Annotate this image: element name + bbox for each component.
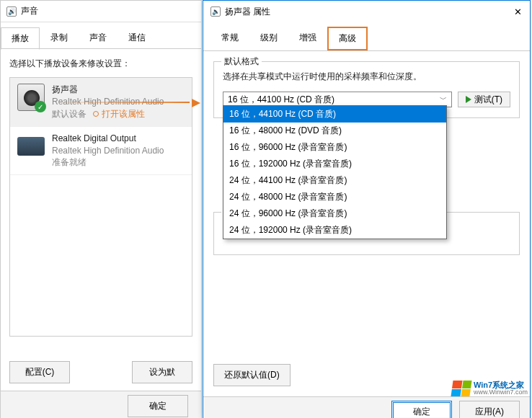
playback-instruction: 选择以下播放设备来修改设置： xyxy=(9,58,192,70)
format-select-value: 16 位，44100 Hz (CD 音质) xyxy=(228,94,334,106)
format-dropdown[interactable]: 16 位，44100 Hz (CD 音质) 16 位，48000 Hz (DVD… xyxy=(223,105,447,239)
properties-body: 默认格式 选择在共享模式中运行时使用的采样频率和位深度。 16 位，44100 … xyxy=(203,50,530,396)
device-driver: Realtek High Definition Audio xyxy=(52,96,164,108)
sound-footer: 确定 xyxy=(1,391,201,418)
watermark: Win7系统之家 www.Winwin7.com xyxy=(452,381,528,396)
default-format-label: 默认格式 xyxy=(221,55,262,68)
tab-enhance[interactable]: 增强 xyxy=(288,27,327,50)
sound-window: 🔊 声音 播放 录制 声音 通信 选择以下播放设备来修改设置： ✓ 扬声器 Re… xyxy=(0,0,202,418)
format-option[interactable]: 16 位，192000 Hz (录音室音质) xyxy=(223,156,446,172)
watermark-url: www.Winwin7.com xyxy=(474,389,528,396)
tab-general[interactable]: 常规 xyxy=(210,27,249,50)
properties-footer: 确定 应用(A) xyxy=(203,396,530,418)
test-button[interactable]: 测试(T) xyxy=(458,92,510,107)
sound-ok-button[interactable]: 确定 xyxy=(128,395,188,417)
sound-title-text: 声音 xyxy=(21,5,38,17)
default-format-group: 默认格式 选择在共享模式中运行时使用的采样频率和位深度。 16 位，44100 … xyxy=(213,61,520,118)
sound-titlebar: 🔊 声音 xyxy=(1,1,201,22)
properties-ok-button[interactable]: 确定 xyxy=(391,401,452,418)
device-driver: Realtek High Definition Audio xyxy=(52,145,164,157)
open-properties-callout: 打开该属性 xyxy=(93,108,145,120)
set-default-button[interactable]: 设为默 xyxy=(132,361,192,383)
properties-apply-button[interactable]: 应用(A) xyxy=(459,401,520,418)
properties-titlebar: 🔈 扬声器 属性 ✕ xyxy=(203,1,530,22)
format-option[interactable]: 24 位，44100 Hz (录音室音质) xyxy=(223,172,446,189)
tab-playback[interactable]: 播放 xyxy=(1,27,40,50)
device-status: 默认设备 xyxy=(52,109,87,119)
close-icon[interactable]: ✕ xyxy=(513,6,523,17)
default-check-icon: ✓ xyxy=(35,101,46,112)
device-name: Realtek Digital Output xyxy=(52,133,164,145)
configure-button[interactable]: 配置(C) xyxy=(9,361,70,383)
format-option[interactable]: 24 位，96000 Hz (录音室音质) xyxy=(223,205,446,222)
format-option[interactable]: 16 位，96000 Hz (录音室音质) xyxy=(223,139,446,156)
format-option[interactable]: 24 位，192000 Hz (录音室音质) xyxy=(223,222,446,239)
restore-defaults-button[interactable]: 还原默认值(D) xyxy=(213,364,291,386)
default-format-desc: 选择在共享模式中运行时使用的采样频率和位深度。 xyxy=(223,71,510,83)
format-option[interactable]: 24 位，48000 Hz (录音室音质) xyxy=(223,189,446,205)
properties-tabs: 常规 级别 增强 高级 xyxy=(203,22,530,50)
sound-tabs: 播放 录制 声音 通信 xyxy=(1,22,201,49)
device-name: 扬声器 xyxy=(52,84,164,96)
format-option[interactable]: 16 位，44100 Hz (CD 音质) xyxy=(223,106,446,123)
tab-advanced[interactable]: 高级 xyxy=(327,27,368,50)
properties-title-text: 扬声器 属性 xyxy=(225,6,270,18)
tab-communication[interactable]: 通信 xyxy=(118,27,156,49)
digital-output-icon xyxy=(17,133,45,160)
chevron-down-icon: ﹀ xyxy=(440,94,447,104)
sound-body: 选择以下播放设备来修改设置： ✓ 扬声器 Realtek High Defini… xyxy=(1,48,201,391)
playback-device-list[interactable]: ✓ 扬声器 Realtek High Definition Audio 默认设备… xyxy=(9,77,192,337)
device-digital-output[interactable]: Realtek Digital Output Realtek High Defi… xyxy=(10,127,192,175)
speaker-properties-window: 🔈 扬声器 属性 ✕ 常规 级别 增强 高级 默认格式 选择在共享模式中运行时使… xyxy=(203,0,531,418)
callout-circle-icon xyxy=(93,111,99,117)
windows-flag-icon xyxy=(451,381,471,396)
device-speakers[interactable]: ✓ 扬声器 Realtek High Definition Audio 默认设备… xyxy=(10,78,192,127)
format-option[interactable]: 16 位，48000 Hz (DVD 音质) xyxy=(223,123,446,139)
speaker-icon: ✓ xyxy=(17,84,45,111)
tab-levels[interactable]: 级别 xyxy=(249,27,288,50)
sound-window-icon: 🔊 xyxy=(6,6,17,17)
tab-recording[interactable]: 录制 xyxy=(40,27,79,49)
device-status: 准备就绪 xyxy=(52,156,164,169)
tab-sounds[interactable]: 声音 xyxy=(79,27,118,49)
play-icon xyxy=(466,96,471,103)
speaker-window-icon: 🔈 xyxy=(210,6,221,17)
